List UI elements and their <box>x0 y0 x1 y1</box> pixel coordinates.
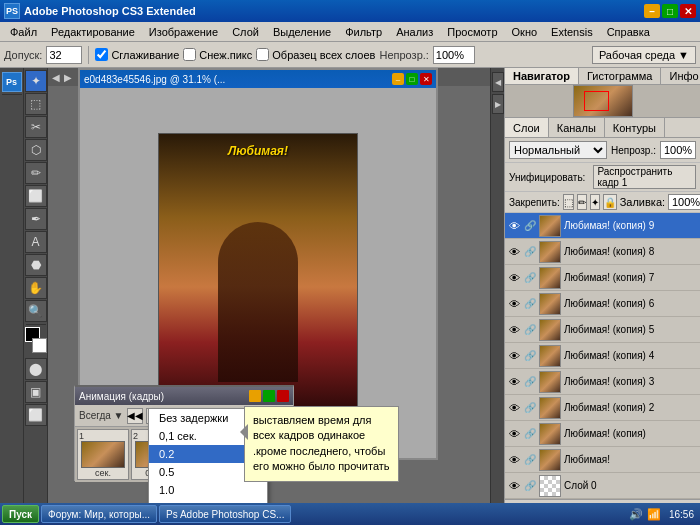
opacity-input[interactable] <box>660 141 696 159</box>
layer-eye-7[interactable]: 👁 <box>507 401 521 415</box>
layer-chain-5[interactable]: 🔗 <box>524 350 536 361</box>
layer-eye-2[interactable]: 👁 <box>507 271 521 285</box>
layer-row-5[interactable]: 👁 🔗 Любимая! (копия) 4 <box>505 343 700 369</box>
tool-mode[interactable]: ⬤ <box>25 358 47 380</box>
workspace-button[interactable]: Рабочая среда ▼ <box>592 46 696 64</box>
taskbar-task-2[interactable]: Ps Adobe Photoshop CS... <box>159 505 291 523</box>
layer-chain-0[interactable]: 🔗 <box>524 220 536 231</box>
tool-zoom[interactable]: 🔍 <box>25 300 47 322</box>
menu-select[interactable]: Выделение <box>267 24 337 40</box>
tool-healing[interactable]: ⬡ <box>25 139 47 161</box>
close-button[interactable]: ✕ <box>680 4 696 18</box>
tab-info[interactable]: Инфо <box>661 68 700 84</box>
background-color[interactable] <box>32 338 47 353</box>
dropdown-item-10[interactable]: 1.0 <box>149 481 267 499</box>
layer-row-2[interactable]: 👁 🔗 Любимая! (копия) 7 <box>505 265 700 291</box>
layer-chain-1[interactable]: 🔗 <box>524 246 536 257</box>
menu-file[interactable]: Файл <box>4 24 43 40</box>
layer-row-7[interactable]: 👁 🔗 Любимая! (копия) 2 <box>505 395 700 421</box>
menu-image[interactable]: Изображение <box>143 24 224 40</box>
sample-all-label[interactable]: Образец всех слоев <box>256 48 375 61</box>
tab-channels[interactable]: Каналы <box>549 118 605 137</box>
tool-brush[interactable]: ✏ <box>25 162 47 184</box>
tab-paths[interactable]: Контуры <box>605 118 665 137</box>
minimize-button[interactable]: – <box>644 4 660 18</box>
navigator-viewport[interactable] <box>584 91 609 111</box>
anim-close-btn[interactable] <box>277 390 289 402</box>
fill-input[interactable] <box>668 194 700 210</box>
layer-chain-8[interactable]: 🔗 <box>524 428 536 439</box>
layer-row-4[interactable]: 👁 🔗 Любимая! (копия) 5 <box>505 317 700 343</box>
blend-mode-select[interactable]: Нормальный <box>509 141 607 159</box>
canvas-icon-2[interactable]: ▶ <box>64 72 72 83</box>
menu-filter[interactable]: Фильтр <box>339 24 388 40</box>
layer-chain-4[interactable]: 🔗 <box>524 324 536 335</box>
menu-layer[interactable]: Слой <box>226 24 265 40</box>
canvas-icon-1[interactable]: ◀ <box>52 72 60 83</box>
menu-help[interactable]: Справка <box>601 24 656 40</box>
tool-magic-wand[interactable]: ✦ <box>25 70 47 92</box>
lock-position-btn[interactable]: ✦ <box>590 194 600 210</box>
right-mini-btn-1[interactable]: ◀ <box>492 72 504 92</box>
smoothing-checkbox-label[interactable]: Сглаживание <box>95 48 179 61</box>
layer-row-8[interactable]: 👁 🔗 Любимая! (копия) <box>505 421 700 447</box>
menu-view[interactable]: Просмотр <box>441 24 503 40</box>
start-button[interactable]: Пуск <box>2 505 39 523</box>
taskbar-task-1[interactable]: Форум: Мир, которы... <box>41 505 157 523</box>
tool-hand[interactable]: ✋ <box>25 277 47 299</box>
layer-eye-9[interactable]: 👁 <box>507 453 521 467</box>
layer-row-6[interactable]: 👁 🔗 Любимая! (копия) 3 <box>505 369 700 395</box>
tool-selection[interactable]: ⬚ <box>25 93 47 115</box>
layer-row-3[interactable]: 👁 🔗 Любимая! (копия) 6 <box>505 291 700 317</box>
layer-chain-10[interactable]: 🔗 <box>524 480 536 491</box>
tab-layers[interactable]: Слои <box>505 118 549 137</box>
tool-color[interactable] <box>25 327 47 353</box>
layer-chain-2[interactable]: 🔗 <box>524 272 536 283</box>
dropdown-item-20[interactable]: 2.0 <box>149 499 267 503</box>
tool-quick-mask[interactable]: ▣ <box>25 381 47 403</box>
smoothing-checkbox[interactable] <box>95 48 108 61</box>
sample-all-checkbox[interactable] <box>256 48 269 61</box>
tab-navigator[interactable]: Навигатор <box>505 68 579 84</box>
lock-all-btn[interactable]: 🔒 <box>603 194 617 210</box>
layer-row-10[interactable]: 👁 🔗 Слой 0 <box>505 473 700 499</box>
layer-eye-0[interactable]: 👁 <box>507 219 521 233</box>
distribute-button[interactable]: Распространить кадр 1 <box>593 165 696 189</box>
layer-row-0[interactable]: 👁 🔗 Любимая! (копия) 9 <box>505 213 700 239</box>
layer-eye-5[interactable]: 👁 <box>507 349 521 363</box>
doc-maximize-button[interactable]: □ <box>406 73 418 85</box>
layer-eye-3[interactable]: 👁 <box>507 297 521 311</box>
tool-shape[interactable]: ⬜ <box>25 185 47 207</box>
maximize-button[interactable]: □ <box>662 4 678 18</box>
tool-screen-mode[interactable]: ⬜ <box>25 404 47 426</box>
layer-chain-6[interactable]: 🔗 <box>524 376 536 387</box>
layer-chain-9[interactable]: 🔗 <box>524 454 536 465</box>
menu-window[interactable]: Окно <box>506 24 544 40</box>
right-mini-btn-2[interactable]: ▶ <box>492 94 504 114</box>
lock-transparent-btn[interactable]: ⬚ <box>563 194 574 210</box>
layer-chain-3[interactable]: 🔗 <box>524 298 536 309</box>
layer-eye-4[interactable]: 👁 <box>507 323 521 337</box>
anim-back-btn[interactable]: ◀◀ <box>127 408 143 424</box>
snap-pix-checkbox[interactable] <box>183 48 196 61</box>
tab-histogram[interactable]: Гистограмма <box>579 68 662 84</box>
doc-minimize-button[interactable]: – <box>392 73 404 85</box>
menu-extensis[interactable]: Extensis <box>545 24 599 40</box>
layer-eye-6[interactable]: 👁 <box>507 375 521 389</box>
menu-edit[interactable]: Редактирование <box>45 24 141 40</box>
layer-row-1[interactable]: 👁 🔗 Любимая! (копия) 8 <box>505 239 700 265</box>
layer-eye-10[interactable]: 👁 <box>507 479 521 493</box>
anim-frame-1[interactable]: 1 сек. <box>77 429 129 480</box>
tool-path[interactable]: ⬣ <box>25 254 47 276</box>
tool-pen[interactable]: ✒ <box>25 208 47 230</box>
anim-min-btn[interactable] <box>249 390 261 402</box>
layer-eye-1[interactable]: 👁 <box>507 245 521 259</box>
opacity-input[interactable] <box>433 46 475 64</box>
anim-max-btn[interactable] <box>263 390 275 402</box>
tolerance-input[interactable] <box>46 46 82 64</box>
menu-analysis[interactable]: Анализ <box>390 24 439 40</box>
layer-row-9[interactable]: 👁 🔗 Любимая! <box>505 447 700 473</box>
tool-text[interactable]: A <box>25 231 47 253</box>
doc-close-button[interactable]: ✕ <box>420 73 432 85</box>
layer-eye-8[interactable]: 👁 <box>507 427 521 441</box>
